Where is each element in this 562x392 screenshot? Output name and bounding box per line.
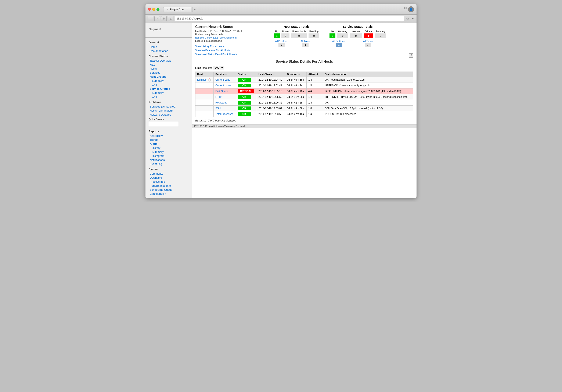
host-cell: localhost (195, 77, 214, 83)
col-duration[interactable]: Duration ↑↓ (285, 72, 307, 77)
scheduling-queue-link[interactable]: Scheduling Queue (145, 188, 192, 192)
reload-button[interactable]: ↻ (161, 16, 167, 21)
view-host-status-link[interactable]: View Host Status Detail For All Hosts (195, 53, 242, 57)
host-groups-link[interactable]: Host Groups (145, 75, 192, 79)
tab-close-button[interactable]: ✕ (186, 8, 188, 11)
svc-unknown-value[interactable]: 0 (350, 34, 362, 38)
svc-all-problems-link[interactable]: All Problems (332, 40, 345, 42)
alerts-history-link[interactable]: History (145, 146, 192, 150)
svc-ok-value[interactable]: 6 (329, 34, 335, 38)
service-cell: Heartbeat (214, 100, 236, 106)
alerts-link[interactable]: Alerts (145, 142, 192, 146)
comments-link[interactable]: Comments (145, 172, 192, 176)
service-groups-grid-link[interactable]: Grid (145, 95, 192, 99)
downtime-link[interactable]: Downtime (145, 176, 192, 180)
view-notifications-link[interactable]: View Notifications For All Hosts (195, 48, 242, 53)
col-last-check[interactable]: Last Check ↑↓ (257, 72, 285, 77)
restore-icon[interactable]: ⊡ (404, 6, 407, 12)
service-groups-summary-link[interactable]: Summary (145, 91, 192, 95)
col-attempt[interactable]: Attempt ↑↓ (307, 72, 323, 77)
browser-tab[interactable]: N Nagios Core ✕ (163, 7, 191, 12)
svc-warning-value[interactable]: 0 (337, 34, 348, 38)
home-nav-button[interactable]: ⌂ (168, 16, 174, 21)
host-cell (195, 83, 214, 89)
configuration-link[interactable]: Configuration (145, 192, 192, 196)
svc-warning-header: Warning (336, 30, 349, 33)
view-history-link[interactable]: View History For all hosts (195, 45, 242, 48)
alerts-summary-link[interactable]: Summary (145, 150, 192, 154)
service-link[interactable]: Current Users (215, 84, 231, 87)
col-service[interactable]: Service ↑↓ (214, 72, 236, 77)
col-host[interactable]: Host ↑↓ (195, 72, 214, 77)
alerts-histogram-link[interactable]: Histogram (145, 154, 192, 158)
trends-link[interactable]: Trends (145, 138, 192, 142)
status-cell: OK (236, 83, 257, 89)
info-cell: USERS OK - 2 users currently logged in (323, 83, 413, 89)
hosts-link[interactable]: Hosts (145, 67, 192, 71)
col-status[interactable]: Status ↑↓ (236, 72, 257, 77)
host-groups-summary-link[interactable]: Summary (145, 79, 192, 83)
table-row: HTTPOK2014-12-19 12:05:580d 1h 11m 28s1/… (195, 94, 413, 100)
services-link[interactable]: Services (145, 71, 192, 75)
sort-lastcheck-arrows[interactable]: ↑↓ (273, 73, 275, 76)
hosts-unhandled-link[interactable]: Hosts (Unhandled) (145, 109, 192, 113)
bookmark-icon[interactable]: ☆ (405, 17, 410, 21)
service-link[interactable]: Current Load (215, 78, 230, 81)
host-down-value[interactable]: 0 (281, 34, 290, 38)
host-unreachable-value[interactable]: 0 (291, 34, 307, 38)
user-icon[interactable]: 👤 (408, 6, 414, 12)
address-bar[interactable] (175, 16, 404, 21)
service-link[interactable]: Disk Space (215, 90, 228, 93)
host-pending-value[interactable]: 0 (308, 34, 319, 38)
sort-status-arrows[interactable]: ↑↓ (246, 73, 248, 76)
home-link[interactable]: Home (145, 45, 192, 49)
documentation-link[interactable]: Documentation (145, 49, 192, 53)
services-unhandled-link[interactable]: Services (Unhandled) (145, 104, 192, 109)
service-link[interactable]: HTTP (215, 95, 222, 98)
performance-info-link[interactable]: Performance Info (145, 184, 192, 188)
browser-titlebar: N Nagios Core ✕ + ⊡ 👤 (145, 4, 417, 15)
sort-duration-arrows[interactable]: ↑↓ (298, 73, 300, 76)
new-tab-button[interactable]: + (192, 7, 197, 12)
map-link[interactable]: Map (145, 63, 192, 67)
back-button[interactable]: ← (148, 16, 153, 21)
status-badge: OK (238, 106, 251, 110)
svc-critical-value[interactable]: 1 (364, 34, 373, 38)
tactical-overview-link[interactable]: Tactical Overview (145, 59, 192, 63)
close-button[interactable] (148, 8, 151, 11)
service-link[interactable]: SSH (215, 107, 221, 110)
host-up-value[interactable]: 1 (274, 34, 280, 38)
service-cell: Current Users (214, 83, 236, 89)
service-link[interactable]: Total Processes (215, 113, 233, 115)
svc-all-types-link[interactable]: All Types (363, 40, 373, 42)
network-outages-link[interactable]: Network Outages (145, 113, 192, 117)
sort-service-arrows[interactable]: ↑↓ (225, 73, 227, 76)
quick-search-input[interactable] (149, 122, 178, 126)
notifications-link[interactable]: Notifications (145, 158, 192, 162)
service-link[interactable]: Heartbeat (215, 101, 227, 104)
host-link[interactable]: localhost (197, 78, 207, 81)
availability-link[interactable]: Availability (145, 134, 192, 138)
info-cell: OK - load average: 0.03, 0.10, 0.08 (323, 77, 413, 83)
process-info-link[interactable]: Process Info (145, 180, 192, 184)
menu-icon[interactable]: ≡ (411, 17, 414, 21)
help-icon[interactable]: ? (409, 53, 413, 58)
event-log-link[interactable]: Event Log (145, 162, 192, 166)
maximize-button[interactable] (156, 8, 159, 11)
nagios-logo: Nagios® (145, 25, 192, 37)
svc-all-types-val: 7 (365, 43, 371, 47)
host-all-types-link[interactable]: All Types (301, 40, 310, 42)
forward-button[interactable]: → (154, 16, 160, 21)
product-link[interactable]: Nagios® Core™ 3.5.1 - www.nagios.org (195, 36, 236, 39)
minimize-button[interactable] (152, 8, 155, 11)
svc-ok-header: Ok (329, 30, 336, 33)
status-badge: OK (238, 95, 251, 99)
host-groups-grid-link[interactable]: Grid (145, 83, 192, 87)
svc-pending-value[interactable]: 0 (375, 34, 386, 38)
service-groups-link[interactable]: Service Groups (145, 87, 192, 91)
sort-host-arrows[interactable]: ↑↓ (203, 73, 205, 76)
host-all-problems-link[interactable]: All Problems (275, 40, 288, 42)
sort-attempt-arrows[interactable]: ↑↓ (319, 73, 321, 76)
info-cell: PROCS OK: 103 processes (323, 111, 413, 117)
limit-select[interactable]: 100 (213, 66, 224, 70)
